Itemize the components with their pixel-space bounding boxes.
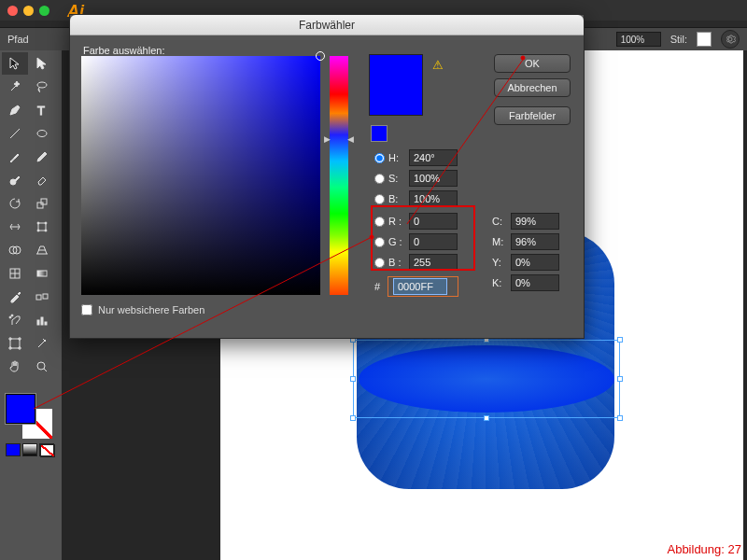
svg-rect-22: [10, 339, 20, 348]
handle-br[interactable]: [617, 415, 623, 421]
green-input[interactable]: [409, 233, 458, 250]
column-graph-tool[interactable]: [29, 309, 55, 331]
sv-cursor-icon: [316, 51, 325, 61]
color-mode-gradient[interactable]: [22, 443, 37, 456]
handle-mr[interactable]: [617, 376, 623, 382]
prefs-button[interactable]: [721, 30, 740, 49]
websafe-checkbox[interactable]: [81, 304, 92, 315]
fill-swatch[interactable]: [6, 394, 35, 424]
svg-rect-6: [38, 223, 46, 231]
previous-color-swatch[interactable]: [371, 125, 388, 142]
black-row: K:: [492, 274, 559, 291]
blue-input[interactable]: [409, 254, 458, 271]
direct-selection-tool[interactable]: [29, 52, 55, 75]
selection-tool[interactable]: [2, 52, 28, 75]
symbol-sprayer-tool[interactable]: [2, 309, 28, 331]
mesh-tool[interactable]: [2, 262, 28, 285]
handle-bl[interactable]: [350, 415, 356, 421]
magic-wand-tool[interactable]: [2, 76, 28, 98]
svg-point-10: [45, 230, 47, 231]
zoom-window-icon[interactable]: [39, 6, 49, 16]
hex-row: #: [374, 278, 447, 295]
cancel-button[interactable]: Abbrechen: [494, 78, 571, 97]
ok-button[interactable]: OK: [494, 54, 571, 73]
svg-point-7: [37, 222, 39, 224]
hue-slider[interactable]: [330, 56, 348, 295]
artboard-tool[interactable]: [2, 332, 28, 355]
handle-tr[interactable]: [617, 337, 623, 343]
yellow-input[interactable]: [511, 254, 559, 271]
bounding-box: [353, 340, 620, 418]
color-preview: [369, 54, 423, 116]
cyan-input[interactable]: [511, 213, 559, 230]
red-input[interactable]: [409, 213, 458, 230]
hex-label: #: [374, 281, 389, 292]
magenta-row: M:: [492, 233, 559, 250]
eyedropper-tool[interactable]: [2, 286, 28, 308]
color-mode-color[interactable]: [6, 443, 21, 456]
websafe-row: Nur websichere Farben: [81, 304, 204, 315]
scale-tool[interactable]: [29, 192, 55, 215]
style-swatch[interactable]: [697, 32, 712, 47]
out-of-gamut-warning-icon[interactable]: ⚠: [432, 58, 444, 72]
selected-ellipse[interactable]: [353, 340, 620, 418]
slice-tool[interactable]: [29, 332, 55, 355]
handle-bc[interactable]: [484, 415, 489, 421]
hue-radio[interactable]: [374, 153, 385, 163]
hex-input[interactable]: [393, 278, 447, 295]
svg-rect-14: [37, 271, 47, 276]
red-radio[interactable]: [374, 217, 385, 227]
gear-icon: [725, 34, 736, 45]
hue-label: H:: [388, 152, 405, 163]
lasso-tool[interactable]: [29, 76, 55, 98]
color-picker-dialog: Farbwähler Farbe auswählen: ▶◀ ⚠ OK Abbr…: [69, 14, 585, 339]
paintbrush-tool[interactable]: [2, 146, 28, 168]
svg-point-2: [37, 131, 47, 137]
close-window-icon[interactable]: [7, 6, 18, 16]
width-tool[interactable]: [2, 216, 28, 238]
line-tool[interactable]: [2, 122, 28, 145]
dialog-titlebar[interactable]: Farbwähler: [70, 15, 584, 35]
fill-stroke-swatches: [6, 394, 56, 439]
cyan-label: C:: [492, 216, 507, 227]
hue-row: H:: [374, 149, 458, 166]
pen-tool[interactable]: [2, 99, 28, 121]
green-row: G :: [374, 233, 458, 250]
rotate-tool[interactable]: [2, 192, 28, 215]
hue-input[interactable]: [409, 149, 458, 166]
eraser-tool[interactable]: [29, 169, 55, 191]
swatches-button[interactable]: Farbfelder: [494, 106, 571, 125]
svg-point-0: [37, 82, 47, 88]
green-radio[interactable]: [374, 237, 385, 247]
blob-brush-tool[interactable]: [2, 169, 28, 191]
color-mode-none[interactable]: [39, 443, 54, 456]
bri-input[interactable]: [409, 190, 458, 207]
zoom-tool[interactable]: [29, 356, 55, 378]
blue-radio[interactable]: [374, 258, 385, 268]
shape-builder-tool[interactable]: [2, 239, 28, 261]
sat-radio[interactable]: [374, 174, 385, 184]
magenta-input[interactable]: [511, 233, 559, 250]
svg-rect-21: [45, 322, 47, 325]
sat-input[interactable]: [409, 170, 458, 187]
blue-label: B :: [388, 257, 405, 268]
hand-tool[interactable]: [2, 356, 28, 378]
hue-slider-thumb[interactable]: ▶◀: [324, 134, 354, 142]
svg-point-8: [45, 222, 47, 224]
path-label: Pfad: [7, 34, 29, 45]
blend-tool[interactable]: [29, 286, 55, 308]
free-transform-tool[interactable]: [29, 216, 55, 238]
pencil-tool[interactable]: [29, 146, 55, 168]
ellipse-tool[interactable]: [29, 122, 55, 145]
svg-rect-4: [37, 203, 43, 208]
minimize-window-icon[interactable]: [23, 6, 34, 16]
black-input[interactable]: [511, 274, 559, 291]
bri-radio[interactable]: [374, 194, 385, 204]
perspective-grid-tool[interactable]: [29, 239, 55, 261]
zoom-input[interactable]: [616, 32, 661, 47]
bri-row: B:: [374, 190, 458, 207]
handle-ml[interactable]: [350, 376, 356, 382]
saturation-value-field[interactable]: [81, 56, 320, 295]
type-tool[interactable]: T: [29, 99, 55, 121]
gradient-tool[interactable]: [29, 262, 55, 285]
